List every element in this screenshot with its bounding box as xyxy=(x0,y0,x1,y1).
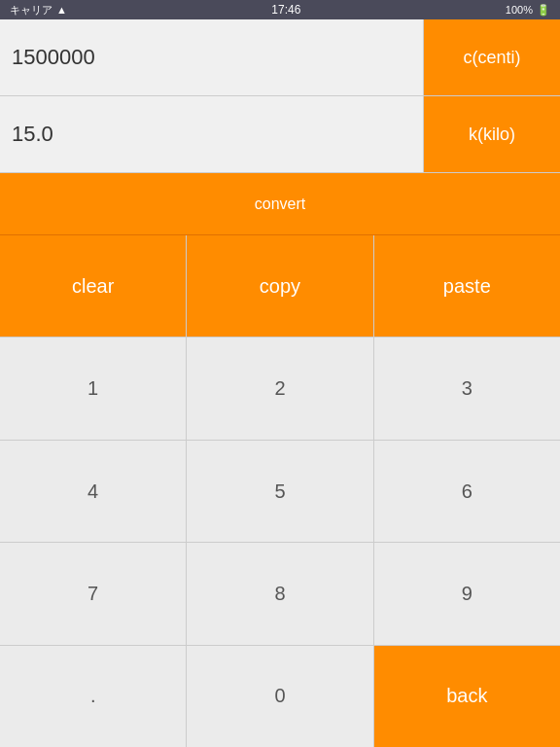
keypad: clear copy paste 1 2 3 4 5 6 7 8 9 . 0 b… xyxy=(0,235,560,747)
key-7[interactable]: 7 xyxy=(0,543,187,644)
number-row-3: 7 8 9 xyxy=(0,543,560,645)
paste-button[interactable]: paste xyxy=(374,235,560,337)
key-3[interactable]: 3 xyxy=(374,338,560,439)
key-decimal[interactable]: . xyxy=(0,646,187,747)
key-8[interactable]: 8 xyxy=(187,543,373,644)
number-row-2: 4 5 6 xyxy=(0,441,560,543)
status-right: 100% 🔋 xyxy=(506,4,550,17)
key-9[interactable]: 9 xyxy=(374,543,560,644)
input-value[interactable]: 1500000 xyxy=(0,19,424,95)
main-content: 1500000 c(centi) 15.0 k(kilo) convert cl… xyxy=(0,19,560,747)
clear-button[interactable]: clear xyxy=(0,235,187,337)
status-bar: キャリア ▲ 17:46 100% 🔋 xyxy=(0,0,560,19)
output-unit-button[interactable]: k(kilo) xyxy=(424,96,560,172)
key-5[interactable]: 5 xyxy=(187,441,373,542)
input-unit-button[interactable]: c(centi) xyxy=(424,19,560,95)
key-2[interactable]: 2 xyxy=(187,338,373,439)
carrier-label: キャリア xyxy=(10,3,52,18)
back-button[interactable]: back xyxy=(374,646,560,747)
convert-button[interactable]: convert xyxy=(0,173,560,235)
key-6[interactable]: 6 xyxy=(374,441,560,542)
status-time: 17:46 xyxy=(271,3,300,17)
copy-button[interactable]: copy xyxy=(187,235,373,337)
input-row: 1500000 c(centi) xyxy=(0,19,560,96)
output-value[interactable]: 15.0 xyxy=(0,96,424,172)
number-row-4: . 0 back xyxy=(0,646,560,747)
battery-label: 100% xyxy=(506,4,533,16)
wifi-icon: ▲ xyxy=(56,4,67,16)
key-4[interactable]: 4 xyxy=(0,441,187,542)
number-row-1: 1 2 3 xyxy=(0,338,560,440)
utility-row: clear copy paste xyxy=(0,235,560,338)
status-left: キャリア ▲ xyxy=(10,3,67,18)
key-0[interactable]: 0 xyxy=(187,646,373,747)
output-row: 15.0 k(kilo) xyxy=(0,96,560,173)
key-1[interactable]: 1 xyxy=(0,338,187,439)
battery-icon: 🔋 xyxy=(537,4,550,17)
